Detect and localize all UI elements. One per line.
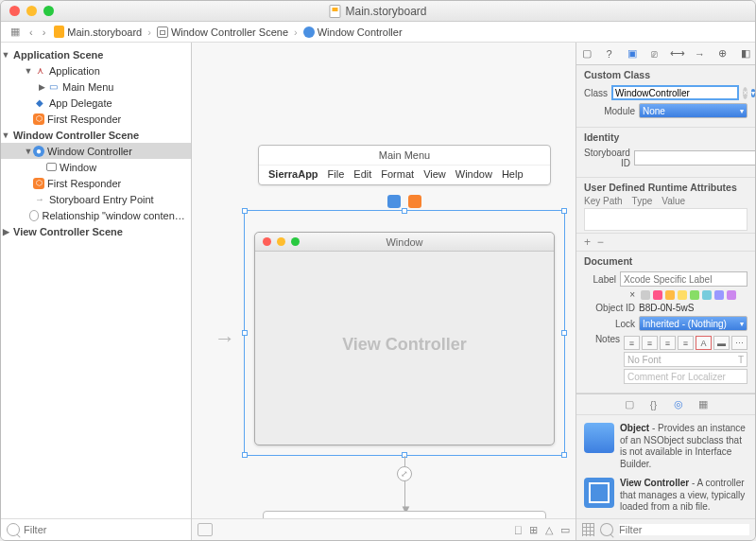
class-field[interactable]: [611, 85, 739, 100]
font-field[interactable]: No FontT: [624, 352, 747, 367]
library-list[interactable]: Object - Provides an instance of an NSOb…: [576, 415, 755, 518]
outline-item[interactable]: ●Window Controller: [1, 143, 191, 159]
menu-item[interactable]: SierraApp: [268, 168, 318, 180]
effects-inspector-tab[interactable]: ◧: [737, 46, 754, 61]
main-split: Application Scene⋏Application▭Main Menu◆…: [1, 43, 755, 540]
resolve-icon[interactable]: △: [545, 524, 553, 536]
align-right-icon[interactable]: ≡: [660, 336, 676, 350]
color-swatch[interactable]: [690, 290, 699, 300]
library-filter-input[interactable]: [619, 524, 749, 535]
back-button[interactable]: ‹: [26, 26, 37, 38]
outline-item[interactable]: →Storyboard Entry Point: [1, 191, 191, 207]
inspector-panel: ▢ ? ▣ ⎚ ⟷ → ⊕ ◧ Custom Class Class × ▾ M…: [576, 43, 755, 540]
connections-inspector-tab[interactable]: →: [692, 46, 709, 61]
module-select[interactable]: None▾: [639, 103, 747, 118]
disclosure-triangle-icon[interactable]: [1, 50, 10, 60]
bg-color-icon[interactable]: ▬: [713, 336, 730, 350]
disclosure-triangle-icon[interactable]: [24, 147, 33, 156]
close-button[interactable]: [9, 6, 20, 16]
outline-item[interactable]: Relationship "window content" to "...: [1, 207, 191, 223]
urda-columns: Key Path Type Value: [584, 196, 747, 206]
outline-item[interactable]: ▭Main Menu: [1, 79, 191, 95]
pin-icon[interactable]: ⊞: [529, 524, 538, 536]
disclosure-triangle-icon[interactable]: [37, 82, 46, 92]
font-picker-icon[interactable]: T: [738, 355, 744, 365]
first-responder-icon[interactable]: [408, 195, 421, 208]
entry-point-arrow-icon[interactable]: →: [215, 326, 235, 351]
jumpbar-seg-controller[interactable]: Window Controller: [301, 26, 405, 38]
clear-class-icon[interactable]: ×: [743, 87, 747, 99]
lock-label: Lock: [584, 319, 635, 329]
object-library-tab[interactable]: ◎: [671, 398, 686, 411]
identity-inspector-tab[interactable]: ▣: [624, 46, 641, 61]
outline-scene-header[interactable]: Application Scene: [1, 46, 191, 62]
align-center-icon[interactable]: ≡: [642, 336, 658, 350]
color-swatch[interactable]: [653, 290, 662, 300]
zoom-button[interactable]: [43, 6, 54, 16]
window-controller-icon[interactable]: [387, 195, 401, 208]
grid-view-icon[interactable]: [582, 523, 594, 536]
urda-add-remove[interactable]: + −: [576, 234, 755, 252]
filter-icon[interactable]: [7, 523, 20, 536]
library-item[interactable]: Object - Provides an instance of an NSOb…: [582, 419, 749, 474]
window-controller-selection[interactable]: Window View Controller: [244, 210, 565, 456]
help-inspector-tab[interactable]: ?: [601, 46, 618, 61]
urda-table[interactable]: [584, 208, 747, 231]
notes-label: Notes: [584, 334, 620, 344]
menu-item[interactable]: Format: [381, 168, 414, 180]
align-icon[interactable]: ⎕: [515, 524, 522, 536]
lock-select[interactable]: Inherited - (Nothing)▾: [639, 316, 747, 331]
outline-filter-input[interactable]: [24, 524, 185, 535]
text-color-icon[interactable]: A: [696, 336, 712, 350]
menu-item[interactable]: View: [423, 168, 446, 180]
attributes-inspector-tab[interactable]: ⎚: [646, 46, 663, 61]
outline-list[interactable]: Application Scene⋏Application▭Main Menu◆…: [1, 43, 191, 518]
color-swatch[interactable]: [678, 290, 687, 300]
outline-item[interactable]: Window: [1, 159, 191, 175]
color-swatch[interactable]: [714, 290, 724, 300]
forward-button[interactable]: ›: [39, 26, 50, 38]
minimize-button[interactable]: [26, 6, 37, 16]
outline-scene-header[interactable]: Window Controller Scene: [1, 127, 191, 143]
embed-icon[interactable]: ▭: [560, 524, 570, 536]
class-dropdown-icon[interactable]: ▾: [751, 89, 755, 97]
doc-label-field[interactable]: [620, 271, 747, 287]
disclosure-triangle-icon[interactable]: [24, 66, 33, 76]
more-format-icon[interactable]: ⋯: [731, 336, 747, 350]
filter-icon[interactable]: [600, 523, 613, 536]
outline-item[interactable]: ⬡First Responder: [1, 111, 191, 127]
file-template-tab[interactable]: ▢: [622, 398, 637, 411]
related-items-icon[interactable]: ▦: [7, 26, 24, 38]
outline-item[interactable]: ⋏Application: [1, 62, 191, 79]
bindings-inspector-tab[interactable]: ⊕: [714, 46, 731, 61]
outline-scene-header[interactable]: View Controller Scene: [1, 223, 191, 239]
color-swatch[interactable]: [641, 290, 650, 300]
menu-item[interactable]: Edit: [353, 168, 371, 180]
file-inspector-tab[interactable]: ▢: [578, 46, 595, 61]
align-justify-icon[interactable]: ≡: [678, 336, 694, 350]
jumpbar-seg-scene[interactable]: Window Controller Scene: [154, 26, 291, 38]
disclosure-triangle-icon[interactable]: [1, 131, 10, 140]
outline-toggle-icon[interactable]: [198, 523, 213, 536]
canvas[interactable]: Main Menu SierraAppFileEditFormatViewWin…: [192, 43, 576, 540]
library-item[interactable]: View Controller - A controller that mana…: [582, 474, 749, 517]
disclosure-triangle-icon[interactable]: [1, 227, 10, 236]
window-preview[interactable]: Window View Controller: [254, 232, 555, 445]
main-menu-scene[interactable]: Main Menu SierraAppFileEditFormatViewWin…: [258, 145, 551, 185]
code-snippet-tab[interactable]: {}: [646, 398, 662, 411]
color-swatch[interactable]: [665, 290, 675, 300]
color-swatch[interactable]: [727, 290, 736, 300]
jumpbar-seg-file[interactable]: Main.storyboard: [51, 26, 145, 38]
menu-item[interactable]: File: [328, 168, 345, 180]
outline-item[interactable]: ◆App Delegate: [1, 95, 191, 111]
segue-icon[interactable]: ⤢: [397, 466, 412, 481]
color-swatch[interactable]: [702, 290, 712, 300]
align-left-icon[interactable]: ≡: [624, 336, 640, 350]
media-library-tab[interactable]: ▦: [696, 398, 711, 411]
menu-item[interactable]: Window: [455, 168, 492, 180]
outline-item[interactable]: ⬡First Responder: [1, 175, 191, 191]
storyboard-id-field[interactable]: [634, 150, 756, 166]
size-inspector-tab[interactable]: ⟷: [669, 46, 686, 61]
menu-item[interactable]: Help: [502, 168, 524, 180]
localizer-comment-field[interactable]: Comment For Localizer: [624, 369, 747, 384]
